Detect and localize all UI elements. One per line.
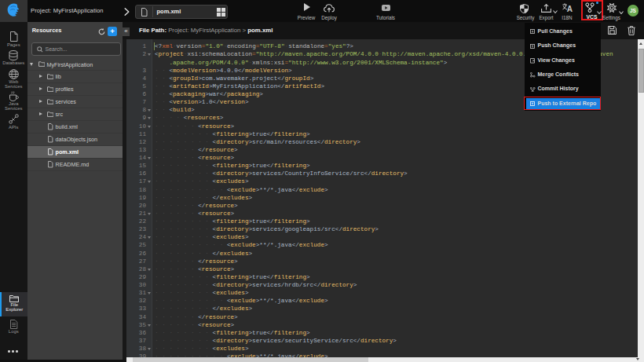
svg-text:A: A	[567, 5, 573, 13]
